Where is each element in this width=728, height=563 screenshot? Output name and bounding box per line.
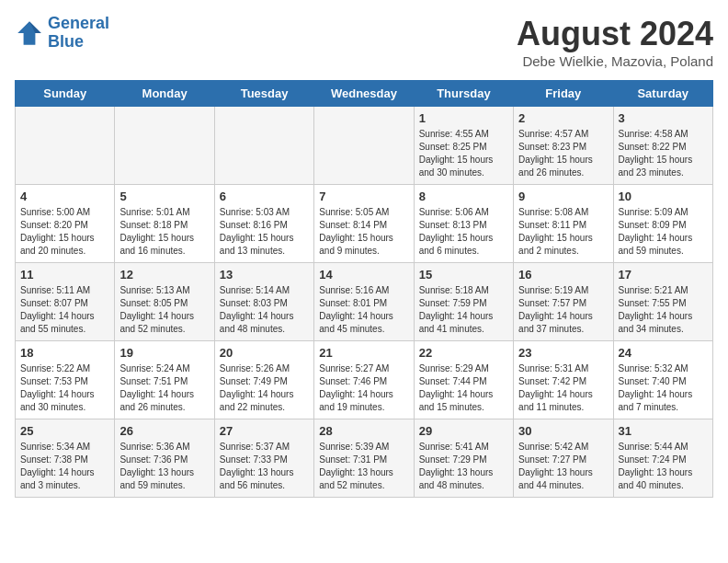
- location: Debe Wielkie, Mazovia, Poland: [517, 53, 713, 69]
- calendar-cell: [115, 107, 214, 185]
- day-of-week-header: Saturday: [613, 81, 712, 107]
- day-number: 3: [619, 111, 708, 125]
- calendar-cell: 1Sunrise: 4:55 AM Sunset: 8:25 PM Daylig…: [414, 107, 513, 185]
- calendar-week-row: 11Sunrise: 5:11 AM Sunset: 8:07 PM Dayli…: [16, 263, 713, 341]
- day-number: 19: [119, 346, 209, 360]
- cell-content: Sunrise: 5:03 AM Sunset: 8:16 PM Dayligh…: [220, 206, 309, 258]
- title-block: August 2024 Debe Wielkie, Mazovia, Polan…: [517, 15, 713, 69]
- calendar-week-row: 18Sunrise: 5:22 AM Sunset: 7:53 PM Dayli…: [16, 341, 713, 419]
- cell-content: Sunrise: 5:44 AM Sunset: 7:24 PM Dayligh…: [619, 441, 708, 492]
- day-of-week-header: Friday: [514, 81, 613, 107]
- calendar-header-row: SundayMondayTuesdayWednesdayThursdayFrid…: [16, 81, 713, 107]
- calendar-cell: 3Sunrise: 4:58 AM Sunset: 8:22 PM Daylig…: [613, 107, 712, 185]
- day-number: 16: [518, 268, 608, 282]
- logo-text: General Blue: [48, 15, 109, 52]
- day-number: 9: [518, 190, 608, 203]
- cell-content: Sunrise: 5:31 AM Sunset: 7:42 PM Dayligh…: [518, 362, 608, 414]
- calendar-cell: 29Sunrise: 5:41 AM Sunset: 7:29 PM Dayli…: [414, 419, 513, 498]
- cell-content: Sunrise: 5:29 AM Sunset: 7:44 PM Dayligh…: [419, 362, 508, 414]
- calendar-cell: 28Sunrise: 5:39 AM Sunset: 7:31 PM Dayli…: [314, 419, 414, 498]
- calendar-cell: 17Sunrise: 5:21 AM Sunset: 7:55 PM Dayli…: [613, 263, 712, 341]
- calendar-cell: 24Sunrise: 5:32 AM Sunset: 7:40 PM Dayli…: [613, 341, 712, 419]
- calendar-cell: 22Sunrise: 5:29 AM Sunset: 7:44 PM Dayli…: [414, 341, 513, 419]
- day-of-week-header: Tuesday: [214, 81, 313, 107]
- calendar-cell: 13Sunrise: 5:14 AM Sunset: 8:03 PM Dayli…: [214, 263, 313, 341]
- day-number: 26: [119, 424, 209, 438]
- calendar-cell: 5Sunrise: 5:01 AM Sunset: 8:18 PM Daylig…: [115, 185, 214, 263]
- cell-content: Sunrise: 5:41 AM Sunset: 7:29 PM Dayligh…: [419, 441, 508, 492]
- day-number: 1: [419, 111, 508, 125]
- calendar-cell: [214, 107, 313, 185]
- day-number: 12: [119, 268, 209, 282]
- page-header: General Blue August 2024 Debe Wielkie, M…: [15, 15, 713, 69]
- cell-content: Sunrise: 5:21 AM Sunset: 7:55 PM Dayligh…: [619, 284, 708, 336]
- day-number: 18: [20, 346, 109, 360]
- calendar-cell: 9Sunrise: 5:08 AM Sunset: 8:11 PM Daylig…: [514, 185, 613, 263]
- calendar-cell: 14Sunrise: 5:16 AM Sunset: 8:01 PM Dayli…: [314, 263, 414, 341]
- cell-content: Sunrise: 4:58 AM Sunset: 8:22 PM Dayligh…: [619, 128, 708, 179]
- cell-content: Sunrise: 4:57 AM Sunset: 8:23 PM Dayligh…: [518, 128, 608, 179]
- day-of-week-header: Sunday: [16, 81, 115, 107]
- calendar-week-row: 4Sunrise: 5:00 AM Sunset: 8:20 PM Daylig…: [16, 185, 713, 263]
- cell-content: Sunrise: 5:16 AM Sunset: 8:01 PM Dayligh…: [319, 284, 408, 336]
- cell-content: Sunrise: 5:37 AM Sunset: 7:33 PM Dayligh…: [220, 441, 309, 492]
- calendar-cell: 2Sunrise: 4:57 AM Sunset: 8:23 PM Daylig…: [514, 107, 613, 185]
- day-number: 25: [20, 424, 109, 438]
- calendar-cell: 25Sunrise: 5:34 AM Sunset: 7:38 PM Dayli…: [16, 419, 115, 498]
- logo: General Blue: [15, 15, 109, 52]
- day-number: 27: [220, 424, 309, 438]
- calendar-cell: 8Sunrise: 5:06 AM Sunset: 8:13 PM Daylig…: [414, 185, 513, 263]
- calendar-cell: 7Sunrise: 5:05 AM Sunset: 8:14 PM Daylig…: [314, 185, 414, 263]
- calendar-cell: 19Sunrise: 5:24 AM Sunset: 7:51 PM Dayli…: [115, 341, 214, 419]
- cell-content: Sunrise: 5:19 AM Sunset: 7:57 PM Dayligh…: [518, 284, 608, 336]
- calendar-cell: 30Sunrise: 5:42 AM Sunset: 7:27 PM Dayli…: [514, 419, 613, 498]
- calendar-cell: 21Sunrise: 5:27 AM Sunset: 7:46 PM Dayli…: [314, 341, 414, 419]
- day-number: 17: [619, 268, 708, 282]
- day-number: 7: [319, 190, 408, 203]
- day-number: 8: [419, 190, 508, 203]
- day-number: 22: [419, 346, 508, 360]
- calendar-week-row: 25Sunrise: 5:34 AM Sunset: 7:38 PM Dayli…: [16, 419, 713, 498]
- cell-content: Sunrise: 5:36 AM Sunset: 7:36 PM Dayligh…: [119, 441, 209, 492]
- calendar-cell: 4Sunrise: 5:00 AM Sunset: 8:20 PM Daylig…: [16, 185, 115, 263]
- cell-content: Sunrise: 5:06 AM Sunset: 8:13 PM Dayligh…: [419, 206, 508, 258]
- day-number: 15: [419, 268, 508, 282]
- day-number: 23: [518, 346, 608, 360]
- calendar-cell: [16, 107, 115, 185]
- month-year: August 2024: [517, 15, 713, 53]
- calendar-table: SundayMondayTuesdayWednesdayThursdayFrid…: [15, 80, 713, 498]
- calendar-cell: [314, 107, 414, 185]
- calendar-cell: 20Sunrise: 5:26 AM Sunset: 7:49 PM Dayli…: [214, 341, 313, 419]
- logo-icon: [15, 18, 44, 48]
- day-of-week-header: Wednesday: [314, 81, 414, 107]
- cell-content: Sunrise: 5:42 AM Sunset: 7:27 PM Dayligh…: [518, 441, 608, 492]
- day-number: 30: [518, 424, 608, 438]
- calendar-cell: 18Sunrise: 5:22 AM Sunset: 7:53 PM Dayli…: [16, 341, 115, 419]
- cell-content: Sunrise: 5:27 AM Sunset: 7:46 PM Dayligh…: [319, 362, 408, 414]
- calendar-cell: 12Sunrise: 5:13 AM Sunset: 8:05 PM Dayli…: [115, 263, 214, 341]
- cell-content: Sunrise: 5:05 AM Sunset: 8:14 PM Dayligh…: [319, 206, 408, 258]
- day-number: 10: [619, 190, 708, 203]
- day-number: 14: [319, 268, 408, 282]
- cell-content: Sunrise: 5:00 AM Sunset: 8:20 PM Dayligh…: [20, 206, 109, 258]
- cell-content: Sunrise: 5:18 AM Sunset: 7:59 PM Dayligh…: [419, 284, 508, 336]
- day-number: 6: [220, 190, 309, 203]
- cell-content: Sunrise: 5:24 AM Sunset: 7:51 PM Dayligh…: [119, 362, 209, 414]
- day-number: 5: [119, 190, 209, 203]
- day-number: 24: [619, 346, 708, 360]
- day-number: 4: [20, 190, 109, 203]
- day-number: 20: [220, 346, 309, 360]
- calendar-cell: 31Sunrise: 5:44 AM Sunset: 7:24 PM Dayli…: [613, 419, 712, 498]
- calendar-cell: 11Sunrise: 5:11 AM Sunset: 8:07 PM Dayli…: [16, 263, 115, 341]
- day-number: 21: [319, 346, 408, 360]
- day-of-week-header: Thursday: [414, 81, 513, 107]
- day-of-week-header: Monday: [115, 81, 214, 107]
- calendar-cell: 23Sunrise: 5:31 AM Sunset: 7:42 PM Dayli…: [514, 341, 613, 419]
- cell-content: Sunrise: 5:39 AM Sunset: 7:31 PM Dayligh…: [319, 441, 408, 492]
- calendar-cell: 10Sunrise: 5:09 AM Sunset: 8:09 PM Dayli…: [613, 185, 712, 263]
- day-number: 31: [619, 424, 708, 438]
- cell-content: Sunrise: 5:01 AM Sunset: 8:18 PM Dayligh…: [119, 206, 209, 258]
- day-number: 11: [20, 268, 109, 282]
- cell-content: Sunrise: 5:22 AM Sunset: 7:53 PM Dayligh…: [20, 362, 109, 414]
- day-number: 2: [518, 111, 608, 125]
